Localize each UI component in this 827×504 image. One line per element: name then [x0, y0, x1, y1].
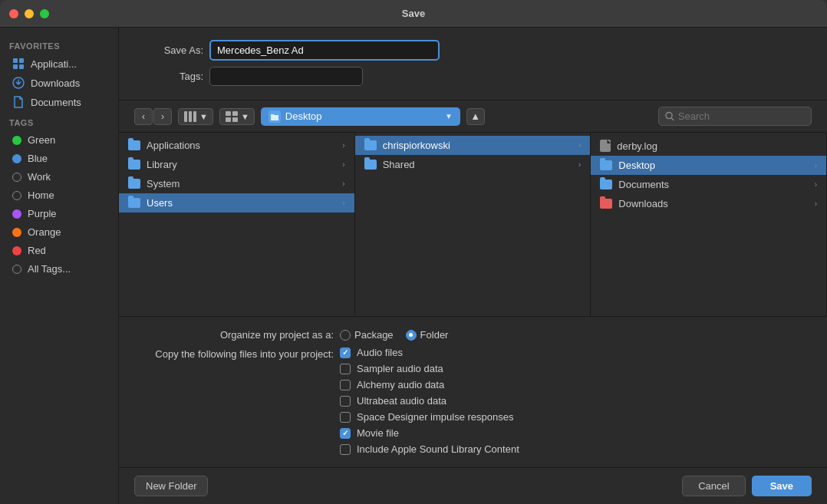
expand-button[interactable]: ▲	[466, 108, 485, 125]
app-icon	[12, 58, 25, 70]
space-checkbox	[340, 412, 351, 423]
list-item[interactable]: Downloads ›	[591, 194, 826, 213]
sidebar-item-work[interactable]: Work	[3, 168, 115, 186]
organize-label: Organize my project as a:	[134, 329, 334, 341]
close-button[interactable]	[9, 9, 18, 18]
list-item[interactable]: System ›	[119, 174, 354, 193]
work-tag-label: Work	[28, 171, 51, 183]
form-area: Save As: Tags:	[119, 28, 827, 100]
arrow-icon: ›	[815, 161, 817, 170]
sidebar-item-all-tags[interactable]: All Tags...	[3, 260, 115, 278]
folder-radio-circle	[406, 330, 417, 341]
list-item[interactable]: chrispiorkowski ›	[355, 136, 591, 155]
arrow-icon: ›	[578, 160, 581, 169]
cancel-button[interactable]: Cancel	[682, 476, 745, 496]
column-view-button[interactable]: ▼	[178, 108, 213, 125]
folder-icon	[600, 160, 612, 170]
work-tag-dot	[12, 173, 21, 182]
space-checkbox-item[interactable]: Space Designer impulse responses	[340, 411, 519, 423]
dialog-title: Save	[402, 8, 425, 19]
forward-button[interactable]: ›	[153, 108, 172, 125]
list-item[interactable]: Users ›	[119, 193, 354, 212]
organize-radio-group: Package Folder	[340, 329, 448, 341]
minimize-button[interactable]	[25, 9, 34, 18]
list-item[interactable]: derby.log	[591, 136, 826, 156]
list-item[interactable]: Applications ›	[119, 136, 354, 155]
file-column-2: chrispiorkowski › Shared ›	[355, 133, 591, 316]
file-browser: Applications › Library › System ›	[119, 133, 827, 316]
sidebar-documents-label: Documents	[31, 97, 81, 108]
maximize-button[interactable]	[40, 9, 49, 18]
sidebar-item-purple[interactable]: Purple	[3, 205, 115, 222]
svg-rect-11	[232, 117, 238, 122]
svg-rect-2	[13, 64, 18, 69]
ultrabeat-checkbox-item[interactable]: Ultrabeat audio data	[340, 395, 519, 407]
folder-icon	[600, 199, 612, 209]
arrow-icon: ›	[342, 160, 344, 169]
svg-rect-1	[19, 58, 24, 63]
svg-rect-7	[193, 111, 196, 122]
sidebar-item-downloads[interactable]: Downloads	[3, 74, 115, 92]
package-radio-circle	[340, 330, 351, 341]
folder-radio[interactable]: Folder	[406, 329, 449, 341]
green-tag-label: Green	[28, 134, 55, 146]
sampler-checkbox-item[interactable]: Sampler audio data	[340, 363, 519, 374]
sidebar-applications-label: Applicati...	[31, 58, 77, 70]
sidebar-item-red[interactable]: Red	[3, 242, 115, 259]
column-view-arrow: ▼	[199, 112, 208, 121]
svg-rect-8	[226, 111, 231, 116]
search-input[interactable]	[678, 110, 805, 122]
arrow-icon: ›	[578, 141, 581, 150]
back-button[interactable]: ‹	[134, 108, 153, 125]
tags-input[interactable]	[209, 67, 363, 86]
alchemy-checkbox-label: Alchemy audio data	[357, 379, 444, 390]
apple-checkbox-item[interactable]: Include Apple Sound Library Content	[340, 443, 519, 455]
right-panel: Save As: Tags: ‹ ›	[119, 28, 827, 504]
red-tag-label: Red	[28, 245, 46, 256]
audio-checkbox-item[interactable]: Audio files	[340, 347, 519, 358]
location-dropdown[interactable]: Desktop ▼	[261, 107, 460, 126]
svg-rect-9	[232, 111, 238, 116]
sidebar-item-applications[interactable]: Applicati...	[3, 54, 115, 73]
folder-icon	[128, 198, 140, 208]
red-tag-dot	[12, 246, 21, 255]
sidebar-item-home[interactable]: Home	[3, 186, 115, 204]
file-column-3: derby.log Desktop › Documents › Dow	[591, 133, 827, 316]
arrow-icon: ›	[342, 199, 344, 207]
package-radio[interactable]: Package	[340, 329, 394, 341]
new-folder-button[interactable]: New Folder	[134, 476, 208, 496]
sampler-checkbox	[340, 364, 351, 374]
save-button[interactable]: Save	[752, 476, 812, 496]
green-tag-dot	[12, 136, 21, 145]
movie-checkbox-item[interactable]: Movie file	[340, 427, 519, 439]
space-checkbox-label: Space Designer impulse responses	[357, 411, 514, 423]
alchemy-checkbox-item[interactable]: Alchemy audio data	[340, 379, 519, 390]
apple-checkbox	[340, 444, 351, 455]
grid-view-button[interactable]: ▼	[219, 108, 255, 125]
folder-icon	[600, 180, 612, 189]
sidebar-item-green[interactable]: Green	[3, 131, 115, 149]
save-dialog: Save Favorites Applicati... Downloads	[0, 0, 827, 504]
purple-tag-dot	[12, 209, 21, 219]
arrow-icon: ›	[342, 180, 344, 188]
svg-rect-0	[13, 58, 18, 63]
folder-radio-label: Folder	[420, 329, 449, 341]
list-item[interactable]: Desktop ›	[591, 156, 826, 175]
save-as-row: Save As:	[134, 40, 812, 61]
sidebar-item-documents[interactable]: Documents	[3, 93, 115, 111]
svg-line-13	[671, 118, 674, 120]
bottom-bar: New Folder Cancel Save	[119, 467, 827, 504]
organize-row: Organize my project as a: Package Folder	[134, 329, 812, 341]
filename-input[interactable]	[209, 40, 440, 61]
folder-icon	[364, 140, 377, 150]
movie-checkbox-label: Movie file	[357, 427, 399, 439]
arrow-icon: ›	[815, 199, 817, 208]
sampler-checkbox-label: Sampler audio data	[357, 363, 443, 374]
sidebar-item-blue[interactable]: Blue	[3, 150, 115, 167]
list-item[interactable]: Shared ›	[355, 155, 591, 174]
folder-icon	[128, 179, 140, 189]
sidebar-item-orange[interactable]: Orange	[3, 223, 115, 241]
list-item[interactable]: Documents ›	[591, 175, 826, 194]
list-item[interactable]: Library ›	[119, 155, 354, 174]
movie-checkbox	[340, 428, 351, 439]
